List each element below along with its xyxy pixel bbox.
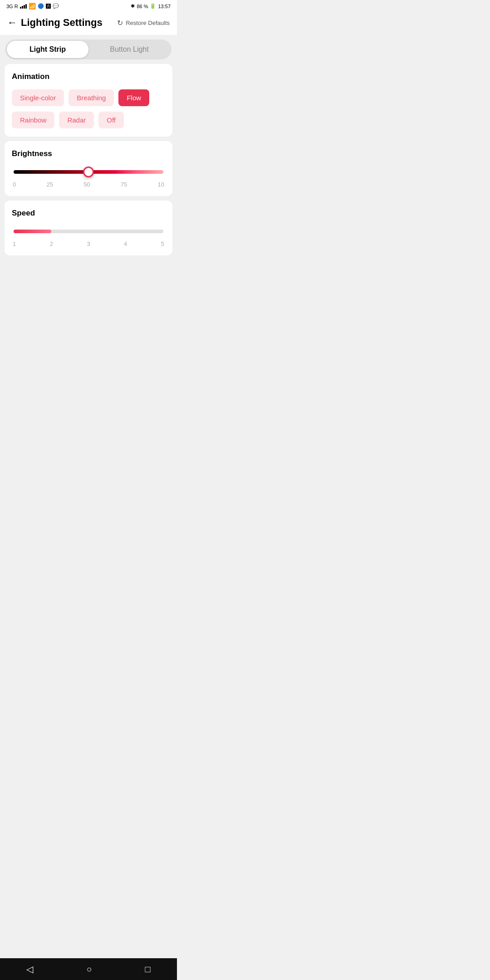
network-label: 3G R (6, 4, 18, 9)
speed-mark-5: 5 (161, 240, 164, 247)
battery-icon: 🔋 (150, 3, 156, 9)
brightness-mark-25: 25 (46, 181, 53, 188)
status-left: 3G R 📶 🔵 🅰 💬 (6, 3, 59, 10)
brightness-mark-100: 10 (158, 181, 164, 188)
battery-label: 86 % (137, 4, 148, 9)
speed-marks: 1 2 3 4 5 (12, 240, 165, 247)
bluetooth-icon: ✱ (131, 3, 135, 9)
anim-rainbow[interactable]: Rainbow (12, 112, 54, 128)
header: ← Lighting Settings ↻ Restore Defaults (0, 11, 177, 35)
status-right: ✱ 86 % 🔋 13:57 (131, 3, 171, 9)
restore-defaults-button[interactable]: ↻ Restore Defaults (117, 19, 170, 27)
brightness-track-container (14, 167, 163, 177)
status-bar: 3G R 📶 🔵 🅰 💬 ✱ 86 % 🔋 13:57 (0, 0, 177, 11)
speed-title: Speed (12, 209, 165, 218)
header-left: ← Lighting Settings (7, 17, 103, 29)
signal-bar-2 (22, 6, 23, 9)
animation-row-2: Rainbow Radar Off (12, 112, 165, 128)
anim-radar[interactable]: Radar (59, 112, 94, 128)
brightness-mark-50: 50 (83, 181, 90, 188)
time-label: 13:57 (158, 4, 171, 9)
anim-off[interactable]: Off (98, 112, 124, 128)
speed-mark-2: 2 (50, 240, 53, 247)
speed-mark-3: 3 (87, 240, 90, 247)
anim-single-color[interactable]: Single-color (12, 89, 64, 106)
app-icon-3: 💬 (53, 3, 59, 9)
anim-flow[interactable]: Flow (118, 89, 149, 106)
speed-mark-1: 1 (13, 240, 16, 247)
brightness-marks: 0 25 50 75 10 (12, 181, 165, 188)
brightness-card: Brightness 0 25 50 75 10 (5, 141, 172, 196)
wifi-icon: 📶 (29, 3, 36, 10)
signal-bars (20, 4, 27, 9)
anim-breathing[interactable]: Breathing (69, 89, 114, 106)
app-icon-2: 🅰 (46, 4, 51, 9)
tab-light-strip[interactable]: Light Strip (7, 41, 88, 58)
animation-row-1: Single-color Breathing Flow (12, 89, 165, 106)
brightness-mark-0: 0 (13, 181, 16, 188)
tab-container: Light Strip Button Light (5, 39, 172, 59)
back-button[interactable]: ← (7, 17, 17, 29)
animation-card: Animation Single-color Breathing Flow Ra… (5, 64, 172, 137)
speed-mark-4: 4 (124, 240, 127, 247)
speed-track-container (14, 226, 163, 237)
restore-label: Restore Defaults (126, 20, 170, 26)
signal-bar-4 (25, 4, 27, 9)
restore-icon: ↻ (117, 19, 123, 27)
signal-bar-3 (24, 5, 25, 9)
brightness-thumb[interactable] (83, 167, 94, 177)
page-title: Lighting Settings (21, 17, 103, 29)
tab-button-light[interactable]: Button Light (88, 41, 170, 58)
animation-grid: Single-color Breathing Flow Rainbow Rada… (12, 89, 165, 128)
animation-title: Animation (12, 72, 165, 81)
tab-strip: Light Strip Button Light (0, 35, 177, 64)
brightness-mark-75: 75 (121, 181, 127, 188)
signal-bar-1 (20, 7, 21, 9)
speed-track-fill (14, 230, 51, 233)
app-icon-1: 🔵 (38, 3, 44, 9)
brightness-title: Brightness (12, 149, 165, 158)
speed-card: Speed 1 2 3 4 5 (5, 201, 172, 255)
brightness-slider-section: 0 25 50 75 10 (12, 167, 165, 188)
speed-slider-section: 1 2 3 4 5 (12, 226, 165, 247)
